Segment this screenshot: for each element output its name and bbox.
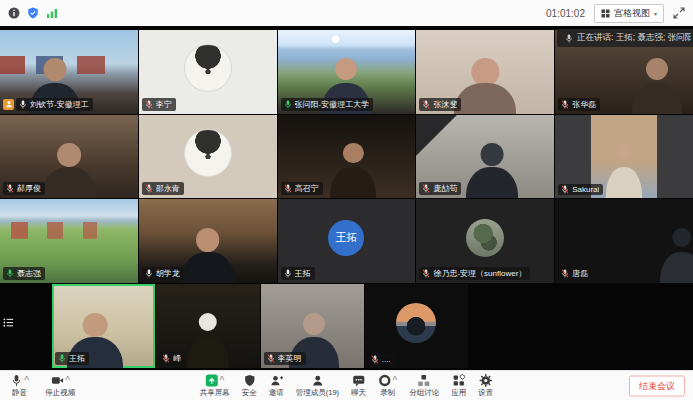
participant-initial-avatar: 王拓: [328, 220, 364, 256]
security-shield-icon[interactable]: [27, 7, 39, 19]
end-meeting-button[interactable]: 结束会议: [629, 375, 685, 396]
tile-label-row: 李宁: [142, 98, 176, 111]
video-tile[interactable]: 徐乃忠-安理（sunflower）: [416, 199, 554, 283]
mic-status-icon: [6, 269, 14, 278]
participant-silhouette: [606, 143, 642, 198]
tile-label-row: 峰: [159, 352, 185, 365]
tile-label-row: 张华磊: [558, 98, 600, 111]
video-tile[interactable]: 郝厚俊: [0, 115, 138, 199]
participant-name: ....: [382, 355, 391, 364]
mic-status-icon: [145, 184, 153, 193]
participant-name: 庞劼苟: [433, 183, 457, 194]
mic-status-icon: [145, 100, 153, 109]
participant-name-tag: 王拓: [281, 267, 315, 280]
apps-icon: [452, 374, 465, 387]
participant-name-tag: 王拓: [55, 352, 89, 365]
video-tile[interactable]: 聂志强: [0, 199, 138, 283]
toolbar-item-label: 共享屏幕: [200, 389, 230, 397]
participant-name-tag: 李英明: [264, 352, 306, 365]
toolbar-mic-button[interactable]: ∧静音: [10, 374, 29, 397]
toolbar-item-label: 安全: [242, 389, 257, 397]
mic-status-icon: [561, 100, 569, 109]
camera-icon: [51, 374, 64, 387]
participant-name: 邵永青: [156, 183, 180, 194]
mic-status-icon: [267, 354, 275, 363]
video-stage: 正在讲话: 王拓; 聂志强; 张问阳... 刘钦节-安徽理工李宁张问阳-安徽理工…: [0, 26, 693, 370]
toolbar-shield-button[interactable]: 安全: [242, 374, 257, 397]
mic-status-icon: [422, 269, 430, 278]
chevron-up-icon[interactable]: ∧: [218, 374, 225, 381]
tile-label-row: 王拓: [281, 267, 315, 280]
meeting-info-icon[interactable]: [8, 7, 20, 19]
video-grid-last-row: 王拓峰李英明....: [52, 284, 468, 368]
tile-label-row: 刘钦节-安徽理工: [3, 98, 93, 111]
participant-name-tag: 郝厚俊: [3, 182, 45, 195]
mic-status-icon: [162, 354, 170, 363]
participant-name-tag: 峰: [159, 352, 185, 365]
toolbar-item-label: 静音: [12, 389, 27, 397]
toolbar-record-button[interactable]: ∧录制: [378, 374, 397, 397]
tile-label-row: Sakurai: [558, 184, 603, 195]
toolbar-camera-button[interactable]: ∧停止视频: [45, 374, 75, 397]
chat-icon: [352, 374, 365, 387]
chevron-up-icon[interactable]: ∧: [23, 374, 30, 381]
toolbar-chat-button[interactable]: 聊天: [351, 374, 366, 397]
toolbar-item-label: 聊天: [351, 389, 366, 397]
tile-label-row: 王拓: [55, 352, 89, 365]
member-list-toggle-icon[interactable]: [3, 314, 14, 332]
active-speakers-text: 正在讲话: 王拓; 聂志强; 张问阳...: [577, 32, 691, 44]
chevron-up-icon[interactable]: ∧: [391, 374, 398, 381]
avatar-text: 王拓: [335, 230, 357, 245]
video-tile[interactable]: 刘钦节-安徽理工: [0, 30, 138, 114]
fullscreen-icon[interactable]: [673, 7, 685, 19]
view-mode-button[interactable]: 宫格视图 ▾: [594, 4, 664, 23]
network-signal-icon[interactable]: [46, 7, 58, 19]
participant-name-tag: 胡学龙: [142, 267, 184, 280]
video-tile[interactable]: Sakurai: [555, 115, 693, 199]
mic-status-icon: [561, 185, 569, 194]
video-tile[interactable]: 李宁: [139, 30, 277, 114]
video-grid-main: 刘钦节-安徽理工李宁张问阳-安徽理工大学张沫斐张华磊郝厚俊邵永青高召宁庞劼苟Sa…: [0, 30, 693, 283]
chevron-up-icon[interactable]: ∧: [64, 374, 71, 381]
participant-name: 王拓: [295, 268, 311, 279]
video-tile[interactable]: 王拓王拓: [278, 199, 416, 283]
toolbar-invite-button[interactable]: 邀请: [269, 374, 284, 397]
tile-label-row: 郝厚俊: [3, 182, 45, 195]
video-tile[interactable]: 高召宁: [278, 115, 416, 199]
video-tile[interactable]: 唐磊: [555, 199, 693, 283]
participant-name-tag: 李宁: [142, 98, 176, 111]
view-mode-label: 宫格视图: [614, 7, 650, 20]
participant-silhouette: [632, 58, 682, 113]
participant-name-tag: 张华磊: [558, 98, 600, 111]
video-tile[interactable]: 邵永青: [139, 115, 277, 199]
toolbar-settings-button[interactable]: 设置: [478, 374, 493, 397]
participant-name: 张问阳-安徽理工大学: [295, 99, 370, 110]
toolbar-share-button[interactable]: ∧共享屏幕: [200, 374, 230, 397]
video-tile[interactable]: 王拓: [52, 284, 155, 368]
toolbar-item-label: 设置: [478, 389, 493, 397]
video-tile[interactable]: 峰: [156, 284, 259, 368]
top-bar: 01:01:02 宫格视图 ▾: [0, 0, 693, 26]
participant-name: 张华磊: [572, 99, 596, 110]
video-tile[interactable]: 张问阳-安徽理工大学: [278, 30, 416, 114]
video-tile[interactable]: 李英明: [261, 284, 364, 368]
toolbar-breakout-button[interactable]: 分组讨论: [409, 374, 439, 397]
video-tile[interactable]: 庞劼苟: [416, 115, 554, 199]
tile-label-row: 高召宁: [281, 182, 323, 195]
invite-icon: [270, 374, 283, 387]
participant-name: 王拓: [69, 353, 85, 364]
cartoon-avatar: [184, 129, 232, 177]
participant-name-tag: 邵永青: [142, 182, 184, 195]
toolbar-apps-button[interactable]: 应用: [451, 374, 466, 397]
video-tile[interactable]: 张沫斐: [416, 30, 554, 114]
toolbar-members-button[interactable]: 管理成员(19): [296, 374, 339, 397]
mic-status-icon: [371, 355, 379, 364]
mic-status-icon: [561, 269, 569, 278]
participant-silhouette: [42, 143, 96, 198]
record-icon: [378, 374, 391, 387]
participant-silhouette: [466, 143, 518, 198]
host-badge-icon: [3, 99, 14, 110]
video-tile[interactable]: 胡学龙: [139, 199, 277, 283]
participant-name-tag: ....: [368, 354, 395, 365]
video-tile[interactable]: ....: [365, 284, 468, 368]
